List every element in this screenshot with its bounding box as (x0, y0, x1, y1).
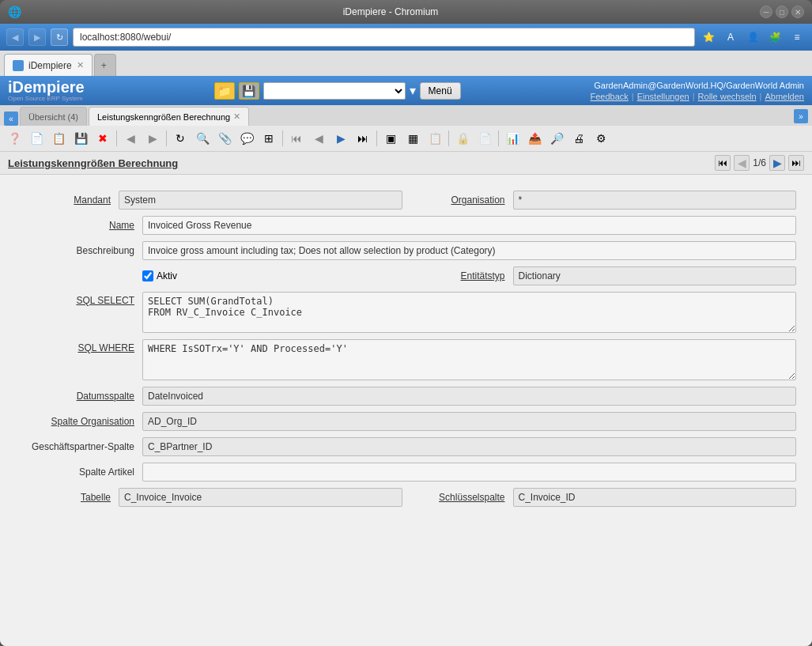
organisation-input[interactable] (513, 191, 797, 210)
tabelle-input[interactable] (119, 488, 402, 507)
name-row: Name (16, 216, 796, 235)
pag-prev-button[interactable]: ◀ (734, 155, 750, 171)
window-controls: ─ □ ✕ (760, 6, 804, 18)
app-tabs-container: « Übersicht (4) Leistungskenngrößen Bere… (4, 107, 249, 126)
sql-select-input[interactable] (142, 292, 796, 333)
menu-button[interactable]: Menü (420, 82, 461, 100)
back-button[interactable]: ◀ (6, 28, 24, 46)
save-folder-button[interactable]: 💾 (239, 82, 259, 100)
beschreibung-input[interactable] (142, 241, 796, 260)
bookmark-icon[interactable]: ⭐ (700, 28, 717, 46)
delete-record-button[interactable]: ✖ (93, 128, 113, 149)
aktiv-checkbox[interactable] (142, 270, 153, 281)
single-view-button[interactable]: ▣ (380, 128, 401, 149)
aktiv-group: Aktiv (16, 270, 402, 281)
extensions-icon[interactable]: 🧩 (766, 28, 784, 46)
tab-active-label: Leistungskenngrößen Berechnung (97, 112, 230, 122)
lock-button[interactable]: 🔒 (452, 128, 473, 149)
report-button[interactable]: 📊 (502, 128, 523, 149)
browser-titlebar: 🌐 iDempiere - Chromium ─ □ ✕ (0, 0, 812, 24)
mandant-input[interactable] (119, 191, 402, 210)
chat-button[interactable]: 💬 (236, 128, 257, 149)
form-header: Leistungskenngrößen Berechnung ⏮ ◀ 1/6 ▶… (0, 152, 812, 175)
nav-prev-button[interactable]: ◀ (308, 128, 329, 149)
refresh-button[interactable]: ↻ (170, 128, 191, 149)
tab-active-close[interactable]: ✕ (233, 111, 240, 122)
geschaeftspartner-input[interactable] (142, 437, 796, 456)
history-button[interactable]: 📋 (425, 128, 445, 149)
nav-last-button[interactable]: ⏭ (353, 128, 373, 149)
next-tab-button[interactable]: ▶ (142, 128, 163, 149)
logout-link[interactable]: Abmelden (765, 92, 804, 101)
toolbar-sep-6 (498, 130, 499, 146)
minimize-button[interactable]: ─ (760, 6, 772, 18)
browser-tab-bar: iDempiere ✕ + (0, 51, 812, 76)
find-button[interactable]: 🔍 (192, 128, 213, 149)
zoom-button[interactable]: 🔎 (546, 128, 567, 149)
spalte-organisation-row: Spalte Organisation (16, 412, 796, 431)
pag-first-button[interactable]: ⏮ (715, 155, 731, 171)
tab-overview[interactable]: Übersicht (4) (20, 107, 87, 126)
spalte-organisation-input[interactable] (142, 412, 796, 431)
folder-button[interactable]: 📁 (214, 82, 235, 100)
logo-text: iDempiere (8, 79, 85, 95)
menu-icon[interactable]: ≡ (788, 28, 806, 46)
feedback-link[interactable]: Feedback (591, 92, 629, 101)
pagination: ⏮ ◀ 1/6 ▶ ⏭ (715, 155, 804, 171)
tab-active[interactable]: Leistungskenngrößen Berechnung ✕ (89, 107, 249, 126)
address-bar[interactable]: localhost:8080/webui/ (73, 28, 695, 47)
new-record-button[interactable]: 📄 (26, 128, 47, 149)
url-text: localhost:8080/webui/ (80, 32, 171, 43)
close-button[interactable]: ✕ (791, 6, 804, 18)
nav-first-button[interactable]: ⏮ (286, 128, 307, 149)
tab-close-button[interactable]: ✕ (77, 60, 84, 70)
print-button[interactable]: 🖨 (568, 128, 589, 149)
entitatstyp-input[interactable] (513, 266, 797, 285)
schlussel-label: Schlüsselspalte (410, 492, 513, 503)
prev-tab-button[interactable]: ◀ (120, 128, 141, 149)
beschreibung-label: Beschreibung (16, 245, 142, 256)
sql-select-label: SQL SELECT (16, 292, 142, 306)
multi-view-button[interactable]: ▦ (402, 128, 423, 149)
translate-icon[interactable]: A (722, 28, 739, 46)
browser-tab-idempiere[interactable]: iDempiere ✕ (4, 54, 93, 76)
spalte-artikel-row: Spalte Artikel (16, 463, 796, 482)
aktiv-checkbox-group: Aktiv (142, 270, 177, 281)
app-header: iDempiere Open Source ERP System 📁 💾 ▾ M… (0, 76, 812, 105)
pag-last-button[interactable]: ⏭ (788, 155, 804, 171)
save-record-button[interactable]: 💾 (70, 128, 91, 149)
maximize-button[interactable]: □ (776, 6, 788, 18)
forward-button[interactable]: ▶ (28, 28, 46, 46)
copy-record-button[interactable]: 📋 (48, 128, 69, 149)
workflow-button[interactable]: ⚙ (591, 128, 611, 149)
browser-tab-new[interactable]: + (94, 54, 116, 76)
profile-icon[interactable]: 👤 (744, 28, 761, 46)
expand-button[interactable]: » (794, 109, 808, 123)
organisation-label: Organisation (410, 195, 513, 206)
app-tab-row: « Übersicht (4) Leistungskenngrößen Bere… (0, 105, 812, 126)
grid-view-button[interactable]: ⊞ (259, 128, 279, 149)
sidebar-collapse-button[interactable]: « (4, 111, 18, 126)
workspace-select[interactable] (263, 82, 406, 100)
sql-where-input[interactable] (142, 339, 796, 380)
dropdown-arrow[interactable]: ▾ (410, 83, 416, 98)
pag-info: 1/6 (753, 157, 766, 168)
browser-title: iDempiere - Chromium (28, 6, 753, 17)
reload-button[interactable]: ↻ (51, 28, 68, 46)
name-input[interactable] (142, 216, 796, 235)
settings-link[interactable]: Einstellungen (637, 92, 689, 101)
toolbar-extra-button[interactable]: 📄 (474, 128, 495, 149)
pag-next-button[interactable]: ▶ (769, 155, 785, 171)
schlussel-input[interactable] (513, 488, 797, 507)
browser-icon: 🌐 (8, 6, 21, 18)
export-button[interactable]: 📤 (524, 128, 545, 149)
nav-next-button[interactable]: ▶ (330, 128, 351, 149)
entitatstyp-label: Entitätstyp (410, 270, 513, 281)
switch-role-link[interactable]: Rolle wechseln (698, 92, 757, 101)
help-button[interactable]: ❓ (4, 128, 25, 149)
attach-button[interactable]: 📎 (214, 128, 235, 149)
datumsspalte-input[interactable] (142, 387, 796, 406)
spalte-artikel-input[interactable] (142, 463, 796, 482)
entitatstyp-group: Entitätstyp (410, 266, 797, 285)
tab-overview-label: Übersicht (4) (28, 112, 78, 122)
